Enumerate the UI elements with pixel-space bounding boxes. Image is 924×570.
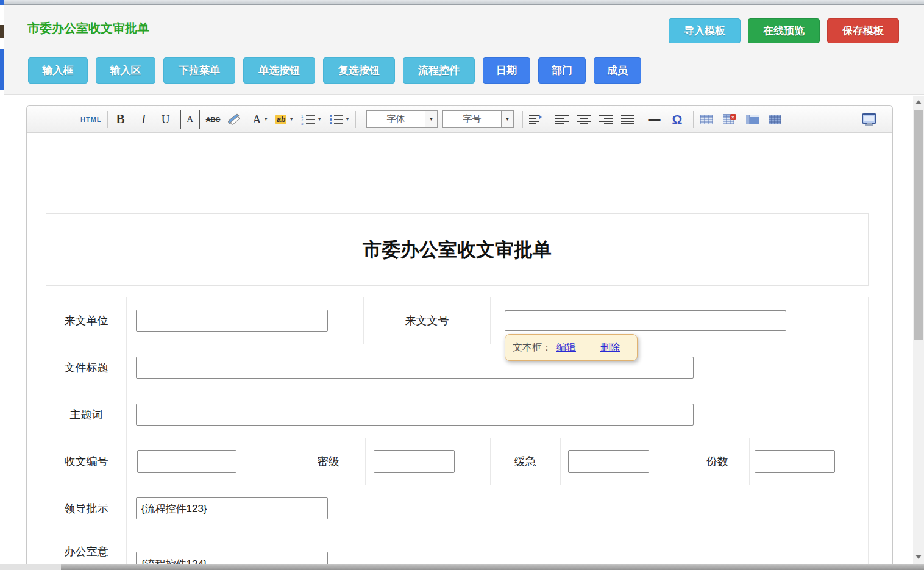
align-center-icon xyxy=(577,115,591,124)
field-label-source-unit: 来文单位 xyxy=(46,297,127,344)
add-checkbox-button[interactable]: 复选按钮 xyxy=(323,57,395,84)
cell-receipt-no xyxy=(127,438,292,485)
add-member-button[interactable]: 成员 xyxy=(594,57,641,84)
fullscreen-button[interactable] xyxy=(862,110,876,129)
window-top-edge xyxy=(0,0,924,5)
toolbar-separator xyxy=(355,111,356,128)
page-title: 市委办公室收文审批单 xyxy=(27,20,149,37)
leader-note-input[interactable] xyxy=(136,497,328,519)
table-cell-props-button[interactable] xyxy=(745,110,760,129)
add-input-box-button[interactable]: 输入框 xyxy=(28,57,88,84)
chevron-down-icon: ▼ xyxy=(317,116,322,122)
add-radio-button[interactable]: 单选按钮 xyxy=(243,57,315,84)
toolbar-separator xyxy=(641,111,641,128)
align-right-button[interactable] xyxy=(599,110,613,129)
form-table: 来文单位 来文文号 文件标题 主题词 收文编号 密 xyxy=(46,297,869,570)
import-template-button[interactable]: 导入模板 xyxy=(669,18,741,43)
cell-source-unit xyxy=(127,297,364,344)
align-justify-icon xyxy=(621,115,634,124)
align-right-icon xyxy=(599,115,613,124)
vertical-scrollbar[interactable] xyxy=(913,96,924,564)
template-actions: 导入模板 在线预览 保存模板 xyxy=(669,18,899,43)
source-unit-input[interactable] xyxy=(136,310,328,332)
bottom-window-edge xyxy=(0,564,924,570)
special-char-button[interactable]: Ω xyxy=(670,110,684,129)
font-size-value: 字号 xyxy=(443,113,501,125)
cell-copies xyxy=(750,438,868,485)
svg-text:3: 3 xyxy=(301,122,304,125)
table-icon xyxy=(700,115,713,124)
form-designer-window: 市委办公室收文审批单 导入模板 在线预览 保存模板 输入框 输入区 下拉菜单 单… xyxy=(0,0,924,570)
ordered-list-button[interactable]: 123 ▼ xyxy=(301,110,322,129)
tooltip-edit-link[interactable]: 编辑 xyxy=(556,341,576,354)
chevron-down-icon: ▼ xyxy=(345,116,350,122)
table-row: 来文单位 来文文号 xyxy=(46,297,868,344)
field-label-copies: 份数 xyxy=(684,438,750,485)
font-family-value: 字体 xyxy=(367,113,425,125)
urgency-input[interactable] xyxy=(568,450,649,473)
scroll-down-arrow[interactable] xyxy=(913,552,924,561)
control-tooltip: 文本框： 编辑 删除 xyxy=(505,334,638,361)
table-row: 文件标题 xyxy=(46,344,868,391)
italic-button[interactable]: I xyxy=(137,110,151,129)
left-sliver-dark-patch xyxy=(0,25,4,38)
align-center-button[interactable] xyxy=(577,110,591,129)
ordered-list-icon: 123 xyxy=(301,114,315,125)
highlight-icon: ab xyxy=(275,115,286,124)
left-edge-sliver xyxy=(0,5,4,570)
header-divider xyxy=(17,43,907,43)
add-dropdown-button[interactable]: 下拉菜单 xyxy=(163,57,235,84)
field-label-keywords: 主题词 xyxy=(46,391,127,438)
keywords-input[interactable] xyxy=(136,404,694,426)
doc-number-input[interactable] xyxy=(505,310,786,331)
add-textarea-button[interactable]: 输入区 xyxy=(96,57,155,84)
cell-keywords xyxy=(127,391,868,438)
font-size-select[interactable]: 字号 ▼ xyxy=(442,110,514,128)
add-department-button[interactable]: 部门 xyxy=(538,57,586,84)
bullet-list-button[interactable]: ▼ xyxy=(329,110,350,129)
strikethrough-button[interactable]: ABC xyxy=(206,110,221,129)
font-border-button[interactable]: A xyxy=(180,110,200,129)
font-family-select[interactable]: 字体 ▼ xyxy=(366,110,438,128)
add-flow-control-button[interactable]: 流程控件 xyxy=(403,57,475,84)
align-left-button[interactable] xyxy=(555,110,569,129)
indent-button[interactable] xyxy=(528,110,543,129)
cell-secrecy xyxy=(366,438,491,485)
scroll-up-arrow[interactable] xyxy=(913,97,924,107)
cell-doc-title xyxy=(127,344,868,391)
highlight-button[interactable]: ab ▼ xyxy=(275,110,294,129)
table-row: 收文编号 密级 缓急 份数 xyxy=(46,438,868,485)
save-template-button[interactable]: 保存模板 xyxy=(827,18,899,43)
align-justify-button[interactable] xyxy=(620,110,635,129)
horizontal-rule-button[interactable]: — xyxy=(647,110,661,129)
table-row: 领导批示 xyxy=(46,485,868,532)
online-preview-button[interactable]: 在线预览 xyxy=(748,18,820,43)
toolbar-separator xyxy=(247,111,247,128)
form-title: 市委办公室收文审批单 xyxy=(363,237,552,263)
delete-table-button[interactable]: × xyxy=(722,110,737,129)
secrecy-input[interactable] xyxy=(374,450,455,473)
widget-button-row: 输入框 输入区 下拉菜单 单选按钮 复选按钮 流程控件 日期 部门 成员 xyxy=(28,57,641,84)
font-color-button[interactable]: A ▼ xyxy=(253,110,269,129)
cell-urgency xyxy=(561,438,685,485)
copies-input[interactable] xyxy=(755,450,835,473)
bold-button[interactable]: B xyxy=(113,110,128,129)
add-date-button[interactable]: 日期 xyxy=(483,57,530,84)
table-delete-icon: × xyxy=(723,114,736,124)
monitor-icon xyxy=(862,113,876,126)
eraser-button[interactable] xyxy=(227,110,241,129)
left-sliver-blue-patch xyxy=(0,49,4,90)
table-row: 主题词 xyxy=(46,391,868,438)
tooltip-delete-link[interactable]: 删除 xyxy=(600,341,620,354)
vertical-scrollbar-thumb[interactable] xyxy=(914,110,923,340)
table-grid-button[interactable] xyxy=(767,110,782,129)
receipt-no-input[interactable] xyxy=(137,450,236,473)
tooltip-label: 文本框： xyxy=(513,341,552,354)
html-source-button[interactable]: HTML xyxy=(80,110,102,129)
field-label-leader-note: 领导批示 xyxy=(46,485,127,532)
cell-leader-note xyxy=(127,485,868,532)
underline-button[interactable]: U xyxy=(158,110,173,129)
toolbar-separator xyxy=(693,111,694,128)
header-panel: 市委办公室收文审批单 导入模板 在线预览 保存模板 输入框 输入区 下拉菜单 单… xyxy=(4,4,924,95)
insert-table-button[interactable] xyxy=(699,110,714,129)
